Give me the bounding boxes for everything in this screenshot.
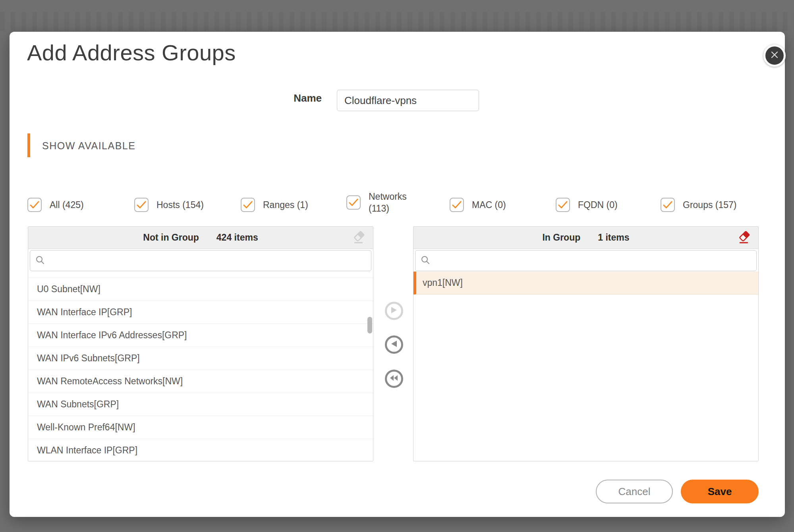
move-right-button[interactable] (385, 302, 403, 320)
filter-hosts: Hosts (154) (134, 198, 204, 212)
in-group-list: vpn1[NW] (413, 272, 758, 461)
move-all-left-icon (390, 375, 398, 383)
name-label: Name (278, 92, 322, 104)
close-button[interactable] (763, 44, 786, 67)
panel-title: In Group (542, 232, 580, 243)
list-item[interactable]: vpn1[NW] (413, 272, 758, 295)
list-item[interactable]: WAN Interface IPv6 Addresses[GRP] (28, 324, 373, 347)
not-in-group-panel: Not in Group 424 items (28, 226, 373, 461)
in-group-search (415, 250, 757, 271)
filter-label: FQDN (0) (578, 199, 618, 211)
backdrop-texture (0, 12, 794, 31)
move-left-icon (391, 340, 397, 349)
name-input[interactable] (337, 90, 479, 111)
search-input[interactable] (49, 255, 366, 266)
list-item[interactable]: WAN Subnets[GRP] (28, 393, 373, 416)
check-icon (29, 200, 40, 209)
filter-mac: MAC (0) (450, 198, 506, 212)
list-item[interactable]: WLAN Interface IP[GRP] (28, 439, 373, 461)
panel-item-count: 424 items (216, 232, 258, 243)
checkbox-mac[interactable] (450, 198, 464, 212)
checkbox-networks[interactable] (346, 195, 361, 210)
filter-label: Ranges (1) (263, 199, 308, 211)
not-in-group-list: U0 Subnet[NW]WAN Interface IP[GRP]WAN In… (28, 272, 373, 461)
show-available-label: SHOW AVAILABLE (42, 140, 135, 152)
filter-all: All (425) (27, 198, 84, 212)
move-right-icon (391, 306, 397, 315)
close-icon (771, 51, 779, 60)
filter-label: MAC (0) (472, 199, 506, 211)
list-item[interactable]: U0 Subnet[NW] (28, 278, 373, 301)
filter-label: Networks(113) (369, 191, 407, 214)
check-icon (663, 200, 673, 209)
not-in-group-search (30, 250, 371, 271)
add-address-groups-dialog: Add Address Groups Name SHOW AVAILABLE A… (10, 32, 785, 517)
list-item[interactable]: WAN IPv6 Subnets[GRP] (28, 347, 373, 370)
checkbox-all[interactable] (27, 198, 42, 212)
save-button[interactable]: Save (681, 480, 759, 503)
list-item[interactable]: WAN Interface IP[GRP] (28, 301, 373, 324)
search-input[interactable] (435, 255, 751, 266)
check-icon (243, 200, 253, 209)
move-all-left-button[interactable] (385, 370, 403, 388)
check-icon (136, 200, 147, 209)
in-group-header: In Group 1 items (413, 227, 758, 249)
eraser-icon (352, 229, 366, 246)
scrollbar-thumb[interactable] (367, 317, 372, 333)
clear-list-button[interactable] (352, 230, 367, 246)
list-item-partial (28, 272, 373, 278)
filter-label: All (425) (50, 199, 84, 211)
filter-label: Hosts (154) (156, 199, 204, 211)
list-item[interactable]: Well-Known Pref64[NW] (28, 416, 373, 439)
clear-list-button[interactable] (737, 230, 752, 246)
eraser-icon (737, 229, 751, 246)
search-icon (35, 255, 45, 267)
panel-title: Not in Group (143, 232, 199, 243)
filter-label: Groups (157) (683, 199, 737, 211)
checkbox-ranges[interactable] (241, 198, 255, 212)
check-icon (452, 200, 462, 209)
list-item[interactable]: WAN RemoteAccess Networks[NW] (28, 370, 373, 393)
cancel-button[interactable]: Cancel (596, 480, 673, 503)
checkbox-groups[interactable] (661, 198, 675, 212)
dialog-title: Add Address Groups (27, 40, 236, 66)
filter-groups: Groups (157) (661, 198, 737, 212)
in-group-panel: In Group 1 items (413, 226, 759, 461)
filter-ranges: Ranges (1) (241, 198, 308, 212)
not-in-group-header: Not in Group 424 items (28, 227, 373, 249)
panel-item-count: 1 items (598, 232, 629, 243)
search-icon (420, 255, 431, 267)
section-accent-bar (27, 133, 30, 157)
checkbox-hosts[interactable] (134, 198, 149, 212)
check-icon (348, 198, 359, 207)
check-icon (558, 200, 568, 209)
move-left-button[interactable] (385, 335, 403, 354)
checkbox-fqdn[interactable] (556, 198, 570, 212)
filter-fqdn: FQDN (0) (556, 198, 618, 212)
filter-networks: Networks(113) (346, 191, 407, 214)
